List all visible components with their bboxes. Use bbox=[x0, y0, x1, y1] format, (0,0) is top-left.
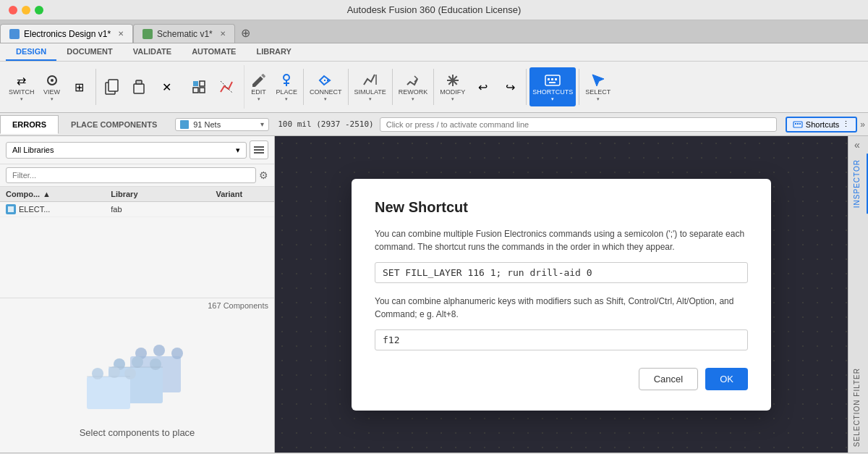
schematic-tab-label: Schematic v1* bbox=[157, 29, 213, 39]
canvas-area[interactable]: New Shortcut You can combine multiple Fu… bbox=[275, 136, 848, 453]
shortcuts-label: SHORTCUTS bbox=[532, 89, 573, 96]
rework-label: REWORK bbox=[399, 89, 428, 96]
selection-filter-label[interactable]: SELECTION FILTER bbox=[848, 362, 868, 453]
svg-rect-5 bbox=[136, 80, 142, 84]
minimize-button[interactable] bbox=[22, 6, 30, 14]
ribbon-btn-redo[interactable]: ↪ bbox=[497, 67, 523, 106]
svg-rect-28 bbox=[8, 206, 14, 212]
filter-input[interactable] bbox=[6, 167, 256, 183]
modal-ok-button[interactable]: OK bbox=[705, 368, 748, 390]
svg-point-38 bbox=[92, 368, 103, 379]
col-header-library: Library bbox=[111, 190, 216, 198]
ribbon-tab-document[interactable]: DOCUMENT bbox=[56, 43, 123, 61]
edit-dropdown: ▾ bbox=[258, 96, 260, 102]
tab-bar: Electronics Design v1* ✕ Schematic v1* ✕… bbox=[0, 20, 868, 43]
ribbon-btn-delete[interactable]: ✕ bbox=[154, 67, 180, 106]
ribbon-btn-simulate[interactable]: SIMULATE ▾ bbox=[352, 67, 389, 106]
new-shortcut-modal: New Shortcut You can combine multiple Fu… bbox=[352, 179, 771, 411]
select-dropdown: ▾ bbox=[597, 96, 600, 102]
svg-rect-8 bbox=[193, 88, 198, 93]
ribbon-btn-place[interactable]: PLACE ▾ bbox=[273, 67, 301, 106]
coordinates-display: 100 mil (2937 -2510) bbox=[278, 119, 373, 129]
preview-label: Select components to place bbox=[80, 427, 195, 438]
main-area: All Libraries ▾ ⚙ Compo... ▲ Library bbox=[0, 136, 868, 453]
table-header: Compo... ▲ Library Variant bbox=[0, 187, 274, 202]
ribbon-tab-validate[interactable]: VALIDATE bbox=[123, 43, 182, 61]
component-preview: Select components to place bbox=[0, 313, 274, 453]
ribbon-tab-library[interactable]: LIBRARY bbox=[246, 43, 301, 61]
ribbon-tabs: DESIGN DOCUMENT VALIDATE AUTOMATE LIBRAR… bbox=[0, 43, 868, 62]
ribbon-btn-select[interactable]: SELECT ▾ bbox=[582, 67, 613, 106]
tab-electronics[interactable]: Electronics Design v1* ✕ bbox=[0, 24, 133, 43]
select-icon bbox=[590, 72, 607, 89]
ribbon-btn-modify[interactable]: MODIFY ▾ bbox=[437, 67, 468, 106]
schematic-tab-close[interactable]: ✕ bbox=[220, 30, 226, 38]
tab-schematic[interactable]: Schematic v1* ✕ bbox=[133, 24, 235, 43]
ribbon-btn-shortcuts[interactable]: SHORTCUTS ▾ bbox=[529, 67, 576, 106]
electronics-tab-close[interactable]: ✕ bbox=[118, 30, 124, 38]
library-dropdown[interactable]: All Libraries ▾ bbox=[6, 142, 247, 159]
place-btn-icon bbox=[278, 72, 295, 89]
view-label: VIEW bbox=[43, 89, 60, 96]
modal-command-input[interactable] bbox=[375, 262, 748, 283]
modal-key-input[interactable] bbox=[375, 329, 748, 350]
ribbon-btn-undo[interactable]: ↩ bbox=[469, 67, 495, 106]
left-panel: All Libraries ▾ ⚙ Compo... ▲ Library bbox=[0, 136, 275, 453]
cmd-tab-errors[interactable]: ERRORS bbox=[0, 115, 59, 134]
ribbon-btn-rework[interactable]: REWORK ▾ bbox=[396, 67, 431, 106]
right-spacer bbox=[848, 214, 868, 362]
library-dropdown-arrow: ▾ bbox=[236, 146, 240, 155]
ribbon-tab-automate[interactable]: AUTOMATE bbox=[182, 43, 246, 61]
filter-options-icon[interactable]: ⚙ bbox=[259, 169, 268, 181]
col-header-component[interactable]: Compo... ▲ bbox=[6, 190, 111, 198]
ribbon-btn-place-group[interactable] bbox=[186, 77, 212, 97]
svg-point-36 bbox=[150, 358, 161, 370]
svg-point-11 bbox=[284, 75, 289, 80]
ribbon-btn-grid[interactable]: ⊞ bbox=[67, 67, 93, 106]
ribbon-btn-paste[interactable] bbox=[127, 67, 153, 106]
shortcuts-dropdown-btn: ▾ bbox=[551, 96, 554, 102]
ribbon-separator-1 bbox=[95, 69, 96, 105]
new-tab-button[interactable]: ⊕ bbox=[235, 23, 256, 43]
undo-icon: ↩ bbox=[474, 78, 491, 96]
ribbon-btn-switch[interactable]: ⇄ SWITCH ▾ bbox=[6, 67, 38, 106]
shortcuts-dropdown-panel[interactable]: Shortcuts ⋮ bbox=[786, 117, 857, 133]
svg-rect-22 bbox=[795, 123, 796, 125]
svg-rect-37 bbox=[87, 377, 130, 409]
maximize-button[interactable] bbox=[35, 6, 43, 14]
modal-cancel-button[interactable]: Cancel bbox=[639, 368, 698, 390]
ribbon-btn-connect[interactable]: CONNECT ▾ bbox=[307, 67, 345, 106]
net-label: 91 Nets bbox=[193, 120, 260, 129]
table-row[interactable]: ELECT... fab bbox=[0, 202, 274, 217]
modal-title: New Shortcut bbox=[375, 199, 748, 216]
library-selector-row: All Libraries ▾ bbox=[0, 136, 274, 164]
delete-icon: ✕ bbox=[158, 78, 176, 96]
ribbon-btn-copy[interactable] bbox=[99, 67, 125, 106]
component-count: 167 Components bbox=[0, 298, 274, 313]
ribbon-btn-view[interactable]: VIEW ▾ bbox=[39, 67, 65, 106]
modify-label: MODIFY bbox=[440, 89, 465, 96]
ribbon-separator-4 bbox=[392, 69, 393, 105]
component-library-cell: fab bbox=[111, 204, 216, 214]
view-dropdown: ▾ bbox=[51, 96, 54, 102]
route-icon bbox=[218, 78, 235, 96]
inspector-panel-label[interactable]: INSPECTOR bbox=[848, 154, 868, 214]
net-selector[interactable]: 91 Nets ▾ bbox=[175, 118, 269, 131]
right-collapse-btn[interactable]: « bbox=[848, 136, 866, 154]
rework-dropdown: ▾ bbox=[412, 96, 414, 102]
cmd-collapse-btn[interactable]: » bbox=[857, 119, 868, 130]
shortcuts-panel-menu[interactable]: ⋮ bbox=[842, 119, 850, 129]
ribbon-group-edit bbox=[182, 65, 244, 109]
ribbon-btn-route[interactable] bbox=[213, 77, 239, 97]
ribbon-tab-design[interactable]: DESIGN bbox=[6, 43, 56, 61]
command-input[interactable] bbox=[380, 117, 777, 132]
lego-svg bbox=[72, 327, 203, 421]
ribbon-btn-edit[interactable]: EDIT ▾ bbox=[246, 67, 272, 106]
library-settings-btn[interactable] bbox=[250, 140, 268, 159]
schematic-tab-icon bbox=[142, 29, 153, 39]
svg-point-31 bbox=[153, 345, 165, 356]
close-button[interactable] bbox=[9, 6, 17, 14]
library-settings-icon bbox=[253, 144, 265, 156]
cmd-tab-place[interactable]: PLACE COMPONENTS bbox=[59, 115, 169, 134]
svg-point-1 bbox=[51, 79, 54, 82]
